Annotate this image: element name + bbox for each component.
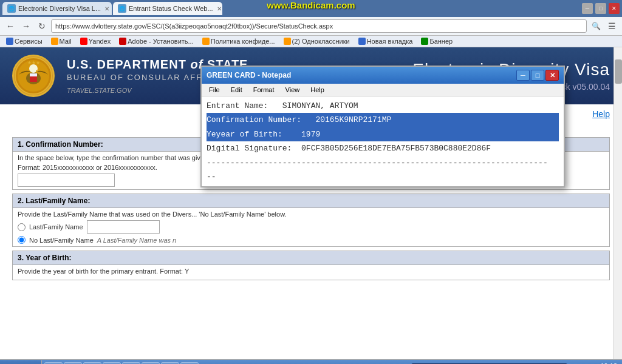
tab-1[interactable]: 🌐 Electronic Diversity Visa L... ✕ xyxy=(2,2,112,15)
notepad-line-2: Confirmation Number: 20165K9NRP2171MP xyxy=(207,113,559,127)
bookmark-icon xyxy=(421,38,428,45)
bookmark-newtab[interactable]: Новая вкладка xyxy=(356,37,415,46)
bookmark-banner[interactable]: Баннер xyxy=(419,37,455,46)
bookmark-adobe[interactable]: Adobe - Установить... xyxy=(117,37,196,46)
taskbar-app-4[interactable]: 📁 xyxy=(103,362,121,365)
taskbar-apps: ★ IE ▶ 📁 🦊 C W ⏺ xyxy=(42,362,201,365)
radio-row-1: Last/Family Name xyxy=(18,220,604,234)
last-name-input[interactable] xyxy=(87,220,160,234)
bookmark-icon xyxy=(119,38,126,45)
tab-1-icon: 🌐 xyxy=(7,4,16,13)
notepad-minimize[interactable]: ─ xyxy=(516,70,530,81)
tab-1-close[interactable]: ✕ xyxy=(104,5,109,12)
taskbar-app-2[interactable]: IE xyxy=(64,362,82,365)
confirmation-input[interactable] xyxy=(18,174,115,187)
bookmark-ok[interactable]: (2) Одноклассники xyxy=(281,37,352,46)
radio-last-name-label: Last/Family Name xyxy=(29,223,83,231)
window-controls: ─ □ ✕ xyxy=(582,3,620,14)
bookmark-politics[interactable]: Политика конфиде... xyxy=(200,37,278,46)
bookmark-services[interactable]: Сервисы xyxy=(4,37,45,46)
back-button[interactable]: ← xyxy=(4,19,17,33)
section-3-desc: Provide the year of birth for the primar… xyxy=(18,268,604,275)
bookmark-icon xyxy=(6,38,13,45)
notepad-menu-file[interactable]: File xyxy=(204,85,225,95)
notepad-menu-edit[interactable]: Edit xyxy=(226,85,247,95)
start-button[interactable]: ⊞ Start xyxy=(0,360,42,365)
radio-last-name[interactable] xyxy=(18,223,26,231)
help-link[interactable]: Help xyxy=(592,109,610,119)
notepad-line-1: Entrant Name: SIMONYAN, ARTYOM xyxy=(207,101,358,110)
svg-text:★★★: ★★★ xyxy=(27,60,40,66)
notepad-dashes: ----------------------------------------… xyxy=(207,158,548,167)
taskbar-app-1[interactable]: ★ xyxy=(44,362,63,365)
section-2-header: 2. Last/Family Name: xyxy=(13,194,609,208)
bookmark-icon xyxy=(358,38,366,45)
no-name-note: A Last/Family Name was n xyxy=(97,237,176,244)
address-bar: ← → ↻ 🔍 ☰ xyxy=(0,17,622,36)
radio-row-2: No Last/Family Name A Last/Family Name w… xyxy=(18,236,604,244)
taskbar-app-6[interactable]: C xyxy=(142,362,160,365)
notepad-menu-view[interactable]: View xyxy=(281,85,305,95)
title-bar: 🌐 Electronic Diversity Visa L... ✕ 🌐 Ent… xyxy=(0,0,622,17)
notepad-close[interactable]: ✕ xyxy=(545,70,559,81)
minimize-button[interactable]: ─ xyxy=(582,3,593,14)
tab-2-close[interactable]: ✕ xyxy=(217,5,222,12)
tab-2-icon: 🌐 xyxy=(118,4,126,13)
notepad-menubar: File Edit Format View Help xyxy=(202,84,564,96)
web-content: ★★★ U.S. DEPARTMENT of STATE BUREAU OF C… xyxy=(0,47,622,359)
scrollbar-thumb[interactable] xyxy=(615,59,622,84)
taskbar-app-7[interactable]: W xyxy=(161,362,179,365)
section-birth-year: 3. Year of Birth: Provide the year of bi… xyxy=(12,251,610,280)
taskbar-app-3[interactable]: ▶ xyxy=(83,362,101,365)
us-seal: ★★★ xyxy=(12,55,55,97)
section-2-desc: Provide the Last/Family Name that was us… xyxy=(18,211,604,218)
reload-button[interactable]: ↻ xyxy=(35,19,49,33)
section-2-body: Provide the Last/Family Name that was us… xyxy=(13,208,609,246)
section-name: 2. Last/Family Name: Provide the Last/Fa… xyxy=(12,194,610,247)
bookmark-mail[interactable]: Mail xyxy=(49,37,74,46)
notepad-menu-format[interactable]: Format xyxy=(248,85,279,95)
bookmarks-bar: Сервисы Mail Yandex Adobe - Установить..… xyxy=(0,36,622,47)
forward-button[interactable]: → xyxy=(19,19,33,33)
bookmark-icon xyxy=(51,38,58,45)
tab-2[interactable]: 🌐 Entrant Status Check Web... ✕ xyxy=(113,2,222,15)
tab-1-label: Electronic Diversity Visa L... xyxy=(18,5,101,12)
notepad-content: Entrant Name: SIMONYAN, ARTYOM Confirmat… xyxy=(202,96,564,186)
section-3-header: 3. Year of Birth: xyxy=(13,251,609,265)
radio-no-last-name[interactable] xyxy=(18,236,26,244)
notepad-title: GREEN CARD - Notepad xyxy=(207,71,516,79)
search-icon[interactable]: 🔍 xyxy=(589,19,603,33)
tab-2-label: Entrant Status Check Web... xyxy=(129,5,213,12)
notepad-titlebar: GREEN CARD - Notepad ─ □ ✕ xyxy=(202,67,564,84)
bookmark-yandex[interactable]: Yandex xyxy=(78,37,114,46)
notepad-line-3: Yeyear of Birth: 1979 xyxy=(207,127,559,141)
notepad-maximize[interactable]: □ xyxy=(531,70,544,81)
notepad-extra: -- xyxy=(207,172,216,181)
taskbar-right: ⊙ 622x364 Запись [00:01:16] ▼ 🎤 ⏺ ⏺ EN … xyxy=(406,362,622,364)
radio-no-last-name-label: No Last/Family Name xyxy=(29,237,94,244)
clock-time: 19:13 xyxy=(584,362,617,364)
notepad-window-controls: ─ □ ✕ xyxy=(516,70,559,81)
maximize-button[interactable]: □ xyxy=(595,3,606,14)
taskbar: ⊞ Start ★ IE ▶ 📁 🦊 C W ⏺ ⊙ 622x364 xyxy=(0,359,622,364)
notepad-menu-help[interactable]: Help xyxy=(306,85,329,95)
close-button[interactable]: ✕ xyxy=(609,3,620,14)
bookmark-icon xyxy=(80,38,87,45)
taskbar-app-8[interactable]: ⏺ xyxy=(180,362,199,365)
notepad-line-4: Digital Signature: 0FCF3B05D256E18DE7EBA… xyxy=(207,144,491,153)
menu-button[interactable]: ☰ xyxy=(605,19,618,33)
bookmark-icon xyxy=(202,38,210,45)
svg-rect-5 xyxy=(30,73,37,76)
bookmark-icon xyxy=(284,38,291,45)
scrollbar[interactable] xyxy=(613,47,622,359)
section-3-body: Provide the year of birth for the primar… xyxy=(13,265,609,280)
taskbar-app-5[interactable]: 🦊 xyxy=(122,362,140,365)
notepad-window: GREEN CARD - Notepad ─ □ ✕ File Edit For… xyxy=(200,66,565,187)
system-clock: 19:13 06.05.2015 xyxy=(584,362,617,364)
address-input[interactable] xyxy=(51,19,587,33)
